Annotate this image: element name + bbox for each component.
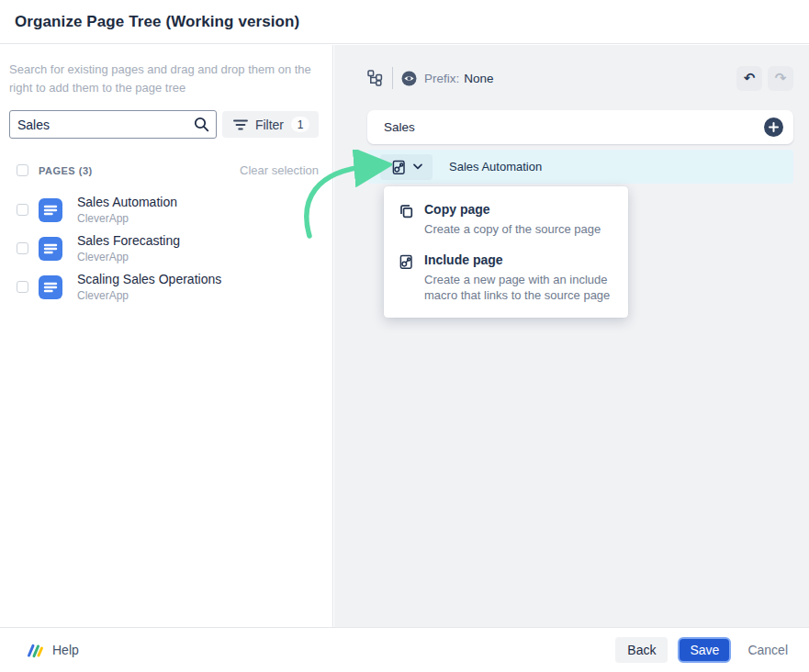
- list-item[interactable]: Scaling Sales Operations CleverApp: [0, 273, 332, 301]
- root-page-label: Sales: [384, 120, 415, 134]
- dialog-header: Organize Page Tree (Working version): [0, 0, 809, 44]
- menu-item-label: Include page: [424, 252, 613, 267]
- page-checkbox[interactable]: [17, 204, 28, 216]
- prefix-label: Prefix:: [424, 72, 459, 85]
- menu-item-description: Create a new page with an include macro …: [424, 273, 613, 304]
- child-page-label: Sales Automation: [449, 160, 542, 174]
- redo-button[interactable]: ↷: [768, 66, 793, 91]
- document-icon: [39, 275, 62, 299]
- page-title: Organize Page Tree (Working version): [15, 13, 299, 31]
- page-mode-dropdown-menu: Copy page Create a copy of the source pa…: [384, 186, 628, 318]
- undo-button[interactable]: ↶: [736, 66, 762, 91]
- tree-root-row[interactable]: Sales: [367, 110, 793, 144]
- save-button[interactable]: Save: [678, 637, 731, 663]
- chevron-down-icon: [413, 163, 422, 170]
- page-item-title: Scaling Sales Operations: [77, 272, 221, 286]
- app-logo-icon: [26, 643, 44, 658]
- include-page-icon: [398, 252, 414, 304]
- document-icon: [39, 237, 62, 261]
- page-mode-dropdown-button[interactable]: [380, 154, 433, 180]
- prefix-visibility-icon[interactable]: [401, 71, 417, 86]
- page-tree-icon[interactable]: [367, 70, 383, 86]
- pages-count-label: PAGES (3): [39, 165, 93, 176]
- tree-toolbar: Prefix: None ↶ ↷: [367, 65, 793, 91]
- prefix-value[interactable]: None: [464, 72, 493, 85]
- dialog-footer: Help Back Save Cancel: [0, 627, 809, 672]
- list-item[interactable]: Sales Automation CleverApp: [0, 196, 332, 224]
- list-item[interactable]: Sales Forecasting CleverApp: [0, 234, 332, 263]
- menu-item-label: Copy page: [424, 202, 601, 217]
- filter-count-badge: 1: [291, 117, 309, 132]
- organize-page-tree-dialog: Organize Page Tree (Working version) Sea…: [0, 0, 809, 672]
- clear-selection-link[interactable]: Clear selection: [240, 163, 319, 177]
- search-panel: Search for existing pages and drag and d…: [0, 45, 333, 627]
- page-list: Sales Automation CleverApp Sales Forecas…: [0, 196, 332, 301]
- page-tree-panel: Prefix: None ↶ ↷ Sales: [334, 45, 809, 627]
- page-item-title: Sales Automation: [77, 195, 177, 209]
- search-row: Filter 1: [9, 110, 319, 139]
- add-page-button[interactable]: [764, 118, 783, 137]
- menu-item-include-page[interactable]: Include page Create a new page with an i…: [398, 252, 613, 304]
- select-all-checkbox[interactable]: [17, 164, 28, 176]
- filter-icon: [233, 119, 248, 130]
- filter-button[interactable]: Filter 1: [222, 111, 319, 138]
- search-box: [9, 110, 217, 139]
- helper-text: Search for existing pages and drag and d…: [9, 61, 320, 96]
- page-item-space: CleverApp: [77, 289, 221, 302]
- filter-label: Filter: [255, 118, 284, 132]
- menu-item-description: Create a copy of the source page: [424, 222, 601, 238]
- back-button[interactable]: Back: [615, 637, 668, 663]
- page-item-title: Sales Forecasting: [77, 233, 180, 248]
- help-link[interactable]: Help: [26, 643, 79, 658]
- tree-child-row-selected[interactable]: Sales Automation: [367, 150, 793, 184]
- pages-header: PAGES (3) Clear selection: [17, 163, 319, 177]
- menu-item-copy-page[interactable]: Copy page Create a copy of the source pa…: [398, 202, 613, 238]
- page-checkbox[interactable]: [17, 242, 28, 254]
- search-input[interactable]: [9, 110, 217, 139]
- toolbar-divider: [392, 67, 393, 89]
- cancel-button[interactable]: Cancel: [747, 643, 788, 657]
- page-item-space: CleverApp: [77, 212, 177, 225]
- page-checkbox[interactable]: [17, 281, 28, 293]
- page-item-space: CleverApp: [77, 251, 180, 263]
- include-page-icon: [390, 159, 407, 175]
- help-label: Help: [52, 643, 79, 657]
- document-icon: [39, 198, 62, 222]
- copy-page-icon: [398, 202, 414, 238]
